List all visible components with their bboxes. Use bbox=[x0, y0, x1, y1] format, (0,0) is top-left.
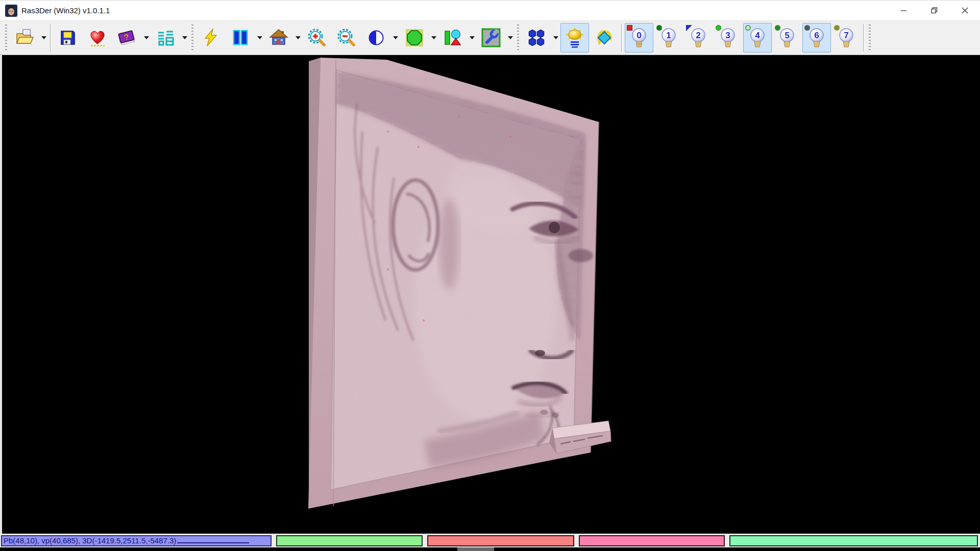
tools-dropdown-arrow[interactable] bbox=[506, 23, 514, 53]
close-button[interactable] bbox=[949, 1, 980, 20]
green-octagon-icon bbox=[404, 28, 425, 48]
light-4-button[interactable]: 4 bbox=[743, 23, 772, 53]
light-3-button[interactable]: 3 bbox=[714, 23, 742, 53]
stop-dropdown-arrow[interactable] bbox=[429, 23, 438, 53]
restore-icon bbox=[931, 7, 938, 14]
material-dropdown-arrow[interactable] bbox=[551, 23, 560, 53]
heart-icon bbox=[87, 28, 108, 48]
light-0-button[interactable]: 0 bbox=[625, 23, 653, 53]
coordinates-underline bbox=[177, 542, 249, 543]
material-button[interactable] bbox=[522, 23, 551, 53]
floppy-disk-icon bbox=[58, 28, 78, 48]
open-file-dropdown-arrow[interactable] bbox=[39, 23, 48, 53]
svg-text:5: 5 bbox=[785, 31, 789, 40]
svg-text:7: 7 bbox=[844, 31, 848, 40]
toolbar-grip[interactable] bbox=[5, 24, 7, 51]
window-title: Ras3Der (Win32) v1.0.1.1 bbox=[21, 6, 110, 15]
split-columns-button[interactable] bbox=[226, 23, 255, 53]
zoom-out-icon bbox=[336, 28, 357, 48]
bulb-icon: 1 bbox=[660, 28, 677, 48]
tools-button[interactable] bbox=[477, 23, 505, 53]
close-icon bbox=[962, 7, 968, 14]
house-icon bbox=[268, 28, 289, 48]
shapes-icon bbox=[443, 28, 463, 48]
minimize-icon bbox=[900, 7, 907, 14]
toolbar-grip[interactable] bbox=[869, 24, 871, 51]
shapes-dropdown-arrow[interactable] bbox=[468, 23, 476, 53]
coordinates-panel: Pb(48,10), vp(40,685), 3D(-1419.5,2511.5… bbox=[1, 535, 272, 546]
render-button[interactable] bbox=[197, 23, 225, 53]
open-file-button[interactable] bbox=[10, 23, 39, 53]
lamp-icon bbox=[565, 28, 585, 48]
bulb-icon: 7 bbox=[838, 28, 855, 48]
help-dropdown-arrow[interactable] bbox=[142, 23, 151, 53]
contrast-half-circle-icon bbox=[366, 28, 386, 48]
light-5-button[interactable]: 5 bbox=[773, 23, 801, 53]
light-2-badge bbox=[686, 25, 692, 31]
toolbar-grip[interactable] bbox=[517, 24, 519, 51]
progress-bar-3 bbox=[579, 535, 725, 546]
title-bar: Ras3Der (Win32) v1.0.1.1 bbox=[0, 0, 980, 20]
svg-text:0: 0 bbox=[636, 31, 641, 40]
contrast-button[interactable] bbox=[362, 23, 390, 53]
lightning-icon bbox=[201, 28, 221, 48]
stop-button[interactable] bbox=[400, 23, 429, 53]
light-5-badge bbox=[775, 25, 780, 31]
svg-text:3: 3 bbox=[725, 31, 730, 40]
language-button[interactable] bbox=[151, 23, 180, 53]
bulb-icon: 5 bbox=[778, 28, 796, 48]
bulb-icon: 4 bbox=[749, 28, 766, 48]
bulb-icon: 2 bbox=[690, 28, 707, 48]
bottom-strip-segment bbox=[457, 547, 494, 551]
home-view-dropdown-arrow[interactable] bbox=[293, 23, 302, 53]
home-view-button[interactable] bbox=[264, 23, 293, 53]
bulb-icon: 6 bbox=[808, 28, 825, 48]
svg-text:2: 2 bbox=[696, 31, 700, 40]
contrast-dropdown-arrow[interactable] bbox=[391, 23, 400, 53]
light-6-button[interactable]: 6 bbox=[802, 23, 831, 53]
help-button[interactable]: ? bbox=[113, 23, 141, 53]
zoom-in-button[interactable] bbox=[303, 23, 331, 53]
toolbar-grip[interactable] bbox=[191, 24, 193, 51]
save-button[interactable] bbox=[54, 23, 82, 53]
svg-text:4: 4 bbox=[755, 31, 760, 40]
progress-bar-4 bbox=[729, 535, 978, 546]
relief-plaque-render bbox=[0, 55, 980, 534]
toolbar-separator bbox=[863, 24, 864, 52]
progress-bar-2 bbox=[427, 535, 574, 546]
rotate-cube-icon bbox=[594, 28, 615, 48]
rotate-view-button[interactable] bbox=[590, 23, 619, 53]
progress-bar-1 bbox=[276, 535, 423, 546]
viewport-3d[interactable] bbox=[0, 55, 980, 534]
toolbar-separator bbox=[621, 24, 622, 52]
restore-button[interactable] bbox=[919, 1, 949, 20]
svg-text:6: 6 bbox=[814, 31, 819, 40]
favorite-button[interactable] bbox=[83, 23, 112, 53]
columns-icon bbox=[230, 28, 251, 48]
status-bar: Pb(48,10), vp(40,685), 3D(-1419.5,2511.5… bbox=[0, 534, 980, 547]
wrench-icon bbox=[481, 28, 501, 48]
shapes-button[interactable] bbox=[438, 23, 467, 53]
help-book-icon: ? bbox=[117, 28, 137, 48]
four-hexagons-icon bbox=[526, 28, 547, 48]
light-1-badge bbox=[656, 25, 662, 31]
bulb-icon: 3 bbox=[719, 28, 737, 48]
light-4-badge bbox=[745, 25, 751, 31]
light-7-badge bbox=[834, 25, 840, 31]
bottom-strip bbox=[0, 547, 980, 551]
split-columns-dropdown-arrow[interactable] bbox=[255, 23, 264, 53]
svg-text:1: 1 bbox=[666, 31, 671, 40]
lighting-button[interactable] bbox=[560, 23, 589, 53]
folder-open-icon bbox=[14, 28, 35, 48]
app-icon bbox=[5, 5, 17, 17]
bulb-icon: 0 bbox=[630, 28, 648, 48]
light-6-badge bbox=[804, 25, 810, 31]
light-2-button[interactable]: 2 bbox=[684, 23, 713, 53]
light-1-button[interactable]: 1 bbox=[654, 23, 683, 53]
light-7-button[interactable]: 7 bbox=[832, 23, 861, 53]
zoom-out-button[interactable] bbox=[332, 23, 361, 53]
minimize-button[interactable] bbox=[888, 1, 919, 20]
language-dropdown-arrow[interactable] bbox=[180, 23, 189, 53]
coordinates-text: Pb(48,10), vp(40,685), 3D(-1419.5,2511.5… bbox=[2, 536, 176, 545]
app-window: Ras3Der (Win32) v1.0.1.1 bbox=[0, 0, 980, 551]
